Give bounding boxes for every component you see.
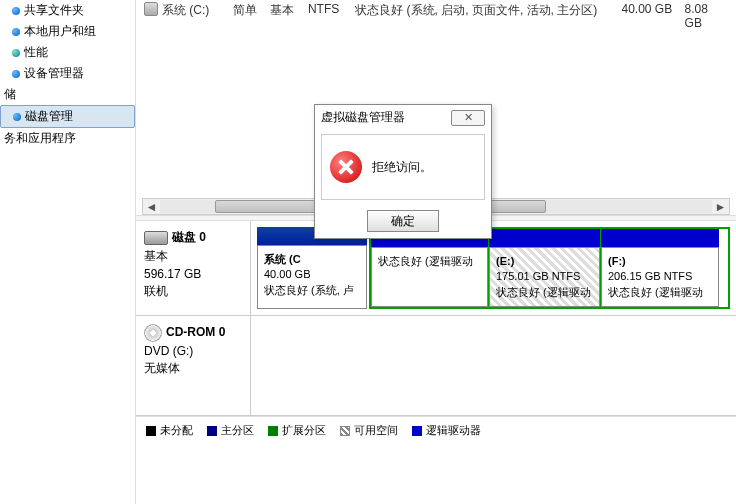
tree-item-storage[interactable]: 储 (0, 84, 135, 105)
dialog-titlebar[interactable]: 虚拟磁盘管理器 ✕ (315, 105, 491, 130)
legend-item: 主分区 (207, 423, 254, 438)
disk-info[interactable]: CD-ROM 0 DVD (G:) 无媒体 (136, 316, 251, 415)
tree-label: 储 (4, 86, 16, 103)
folder-icon (12, 7, 20, 15)
hdd-icon (144, 231, 168, 245)
volume-fs: NTFS (308, 2, 355, 30)
partition-f[interactable]: (F:) 206.15 GB NTFS 状态良好 (逻辑驱动 (601, 229, 719, 307)
disk-icon (13, 113, 21, 121)
partition-status: 状态良好 (逻辑驱动 (496, 285, 593, 300)
swatch-icon (207, 426, 217, 436)
volume-name: 系统 (C:) (162, 2, 233, 30)
dialog-body: 拒绝访问。 (321, 134, 485, 200)
volume-capacity: 40.00 GB (621, 2, 684, 30)
partition-label: (E:) (496, 254, 593, 269)
partition-header (489, 229, 600, 247)
disk-row: CD-ROM 0 DVD (G:) 无媒体 (136, 316, 736, 416)
tree-label: 磁盘管理 (25, 108, 73, 125)
dialog-message: 拒绝访问。 (372, 159, 432, 176)
swatch-icon (340, 426, 350, 436)
main-content: 系统 (C:) 简单 基本 NTFS 状态良好 (系统, 启动, 页面文件, 活… (135, 0, 736, 504)
partition-size: 40.00 GB (264, 267, 360, 282)
tree-item-shared-folders[interactable]: 共享文件夹 (0, 0, 135, 21)
ok-button[interactable]: 确定 (367, 210, 439, 232)
tree-item-local-users[interactable]: 本地用户和组 (0, 21, 135, 42)
cdrom-icon (144, 324, 162, 342)
legend-item: 逻辑驱动器 (412, 423, 481, 438)
legend-label: 扩展分区 (282, 423, 326, 438)
tree-item-disk-management[interactable]: 磁盘管理 (0, 105, 135, 128)
swatch-icon (412, 426, 422, 436)
error-dialog: 虚拟磁盘管理器 ✕ 拒绝访问。 确定 (314, 104, 492, 239)
legend-item: 未分配 (146, 423, 193, 438)
partition-label: (F:) (608, 254, 712, 269)
partition-status: 状态良好 (逻辑驱动 (608, 285, 712, 300)
volume-status: 状态良好 (系统, 启动, 页面文件, 活动, 主分区) (355, 2, 621, 30)
partition-size: 175.01 GB NTFS (496, 269, 593, 284)
volume-layout: 简单 (233, 2, 270, 30)
partition-status: 状态良好 (逻辑驱动 (378, 254, 481, 269)
tree-label: 务和应用程序 (4, 130, 76, 147)
partition-size: 206.15 GB NTFS (608, 269, 712, 284)
close-button[interactable]: ✕ (451, 110, 485, 126)
legend-item: 扩展分区 (268, 423, 326, 438)
tree-label: 设备管理器 (24, 65, 84, 82)
partition-area-empty (251, 316, 736, 415)
tree-label: 共享文件夹 (24, 2, 84, 19)
partition-status: 状态良好 (系统, 卢 (264, 283, 360, 298)
legend: 未分配 主分区 扩展分区 可用空间 逻辑驱动器 (136, 416, 736, 444)
legend-label: 未分配 (160, 423, 193, 438)
device-icon (12, 70, 20, 78)
legend-label: 主分区 (221, 423, 254, 438)
tree-label: 性能 (24, 44, 48, 61)
partition-header (601, 229, 719, 247)
volume-row[interactable]: 系统 (C:) 简单 基本 NTFS 状态良好 (系统, 启动, 页面文件, 活… (144, 0, 728, 32)
tree-item-services[interactable]: 务和应用程序 (0, 128, 135, 149)
scroll-left-icon[interactable]: ◄ (143, 199, 160, 214)
partition-c[interactable]: 系统 (C 40.00 GB 状态良好 (系统, 卢 (257, 227, 367, 309)
legend-label: 可用空间 (354, 423, 398, 438)
tree-item-performance[interactable]: 性能 (0, 42, 135, 63)
disk-status: 无媒体 (144, 360, 242, 377)
partition-label: 系统 (C (264, 252, 360, 267)
partition-e[interactable]: (E:) 175.01 GB NTFS 状态良好 (逻辑驱动 (489, 229, 601, 307)
swatch-icon (268, 426, 278, 436)
close-icon: ✕ (464, 111, 473, 124)
legend-label: 逻辑驱动器 (426, 423, 481, 438)
legend-item: 可用空间 (340, 423, 398, 438)
performance-icon (12, 49, 20, 57)
disk-type: DVD (G:) (144, 344, 242, 358)
tree-label: 本地用户和组 (24, 23, 96, 40)
tree-item-device-manager[interactable]: 设备管理器 (0, 63, 135, 84)
disk-title: 磁盘 0 (172, 230, 206, 244)
users-icon (12, 28, 20, 36)
scroll-right-icon[interactable]: ► (712, 199, 729, 214)
volume-free: 8.08 GB (685, 2, 728, 30)
disk-status: 联机 (144, 283, 242, 300)
partition-logical-1[interactable]: 状态良好 (逻辑驱动 (371, 229, 489, 307)
disk-title: CD-ROM 0 (166, 325, 225, 339)
volume-icon (144, 2, 158, 16)
disk-graphic-pane: 磁盘 0 基本 596.17 GB 联机 系统 (C 40.00 GB 状态良好… (136, 221, 736, 504)
disk-size: 596.17 GB (144, 267, 242, 281)
disk-type: 基本 (144, 248, 242, 265)
volume-type: 基本 (270, 2, 307, 30)
error-icon (330, 151, 362, 183)
swatch-icon (146, 426, 156, 436)
extended-partition: 状态良好 (逻辑驱动 (E:) 175.01 GB NTFS 状态良好 (逻辑驱… (369, 227, 730, 309)
dialog-title: 虚拟磁盘管理器 (321, 109, 405, 126)
nav-tree: 共享文件夹 本地用户和组 性能 设备管理器 储 磁盘管理 务和应用程序 (0, 0, 135, 504)
disk-info[interactable]: 磁盘 0 基本 596.17 GB 联机 (136, 221, 251, 315)
